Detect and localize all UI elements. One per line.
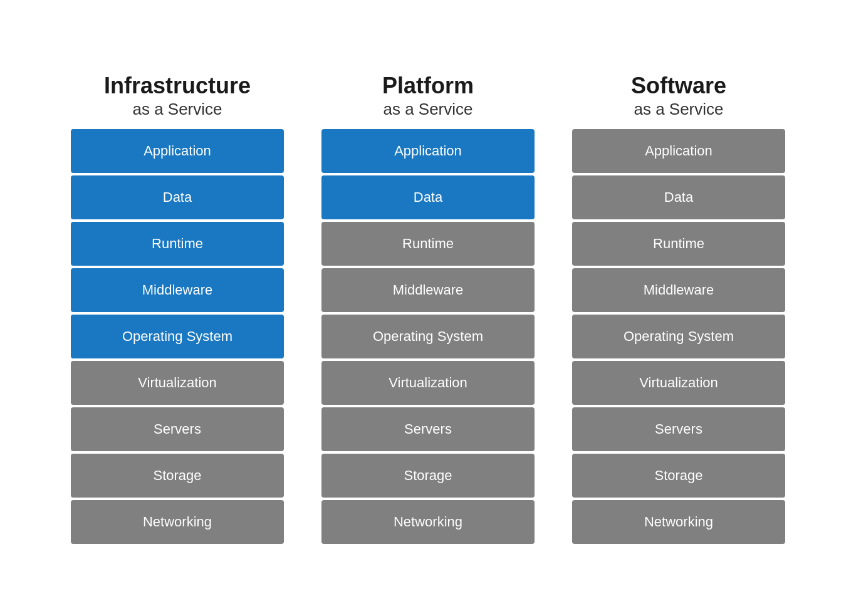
stack-item-saas-middleware: Middleware bbox=[572, 268, 785, 312]
stack-item-paas-storage: Storage bbox=[321, 454, 535, 498]
stack-item-iaas-virtualization: Virtualization bbox=[71, 361, 284, 405]
stack-item-saas-servers: Servers bbox=[572, 407, 785, 451]
subtitle-paas: as a Service bbox=[382, 100, 474, 119]
stack-item-paas-operating-system: Operating System bbox=[321, 315, 535, 358]
subtitle-saas: as a Service bbox=[631, 100, 726, 119]
stack-item-paas-middleware: Middleware bbox=[321, 268, 535, 312]
stack-item-paas-runtime: Runtime bbox=[321, 222, 535, 266]
stack-item-saas-runtime: Runtime bbox=[572, 222, 785, 266]
stack-item-paas-networking: Networking bbox=[321, 500, 535, 544]
stack-item-iaas-application: Application bbox=[71, 129, 284, 173]
stack-item-iaas-operating-system: Operating System bbox=[71, 315, 284, 358]
header-paas: Platformas a Service bbox=[382, 72, 474, 118]
stack-item-saas-application: Application bbox=[572, 129, 785, 173]
title-paas: Platform bbox=[382, 72, 474, 99]
stack-saas: ApplicationDataRuntimeMiddlewareOperatin… bbox=[572, 129, 785, 544]
stack-item-paas-data: Data bbox=[321, 175, 535, 219]
column-saas: Softwareas a ServiceApplicationDataRunti… bbox=[572, 72, 785, 543]
stack-item-saas-storage: Storage bbox=[572, 454, 785, 498]
stack-iaas: ApplicationDataRuntimeMiddlewareOperatin… bbox=[71, 129, 284, 544]
stack-paas: ApplicationDataRuntimeMiddlewareOperatin… bbox=[321, 129, 535, 544]
stack-item-saas-operating-system: Operating System bbox=[572, 315, 785, 358]
title-saas: Software bbox=[631, 72, 726, 99]
column-paas: Platformas a ServiceApplicationDataRunti… bbox=[321, 72, 535, 543]
stack-item-iaas-data: Data bbox=[71, 175, 284, 219]
stack-item-iaas-storage: Storage bbox=[71, 454, 284, 498]
stack-item-iaas-servers: Servers bbox=[71, 407, 284, 451]
header-saas: Softwareas a Service bbox=[631, 72, 726, 118]
stack-item-iaas-middleware: Middleware bbox=[71, 268, 284, 312]
stack-item-paas-servers: Servers bbox=[321, 407, 535, 451]
subtitle-iaas: as a Service bbox=[104, 100, 251, 119]
stack-item-paas-virtualization: Virtualization bbox=[321, 361, 535, 405]
stack-item-iaas-networking: Networking bbox=[71, 500, 284, 544]
header-iaas: Infrastructureas a Service bbox=[104, 72, 251, 118]
cloud-service-diagram: Infrastructureas a ServiceApplicationDat… bbox=[46, 47, 810, 568]
column-iaas: Infrastructureas a ServiceApplicationDat… bbox=[71, 72, 284, 543]
stack-item-saas-data: Data bbox=[572, 175, 785, 219]
stack-item-saas-networking: Networking bbox=[572, 500, 785, 544]
stack-item-iaas-runtime: Runtime bbox=[71, 222, 284, 266]
title-iaas: Infrastructure bbox=[104, 72, 251, 99]
stack-item-saas-virtualization: Virtualization bbox=[572, 361, 785, 405]
stack-item-paas-application: Application bbox=[321, 129, 535, 173]
